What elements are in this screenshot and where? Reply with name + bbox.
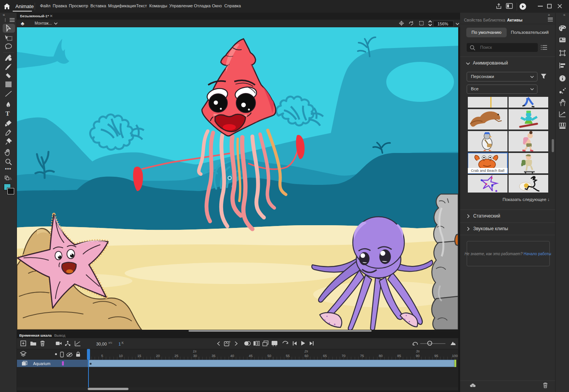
svg-text:A: A bbox=[229, 341, 230, 343]
